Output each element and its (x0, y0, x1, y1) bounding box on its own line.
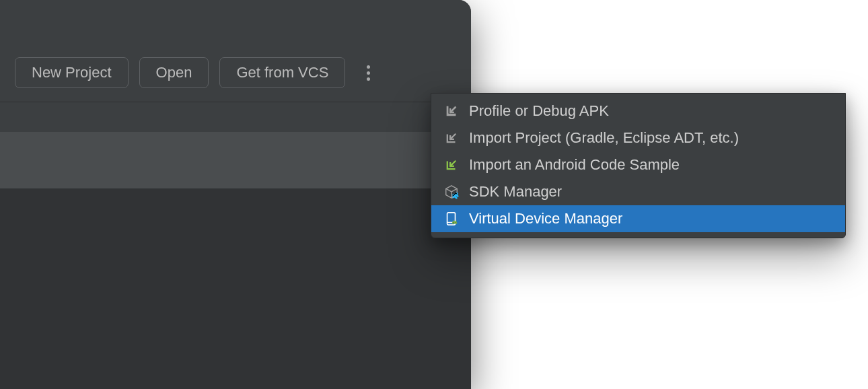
import-arrow-icon (443, 103, 460, 119)
menu-item-label: Profile or Debug APK (469, 102, 833, 120)
svg-point-3 (453, 222, 454, 223)
recent-project-row-selected[interactable] (0, 132, 471, 188)
menu-item-import-project[interactable]: Import Project (Gradle, Eclipse ADT, etc… (431, 125, 845, 151)
recent-projects-area (0, 188, 471, 389)
new-project-button[interactable]: New Project (15, 57, 129, 88)
menu-item-import-android-sample[interactable]: Import an Android Code Sample (431, 151, 845, 178)
more-actions-button[interactable] (363, 59, 374, 87)
open-button[interactable]: Open (139, 57, 209, 88)
import-arrow-icon (443, 130, 460, 146)
get-from-vcs-button[interactable]: Get from VCS (219, 57, 345, 88)
menu-item-sdk-manager[interactable]: SDK Manager (431, 178, 845, 205)
welcome-window: New Project Open Get from VCS (0, 0, 471, 389)
dot-icon (367, 65, 370, 69)
sdk-box-icon (443, 184, 460, 200)
device-android-icon (443, 211, 460, 227)
import-android-icon (443, 157, 460, 173)
svg-point-4 (456, 222, 456, 223)
toolbar: New Project Open Get from VCS (0, 0, 471, 102)
toolbar-row: New Project Open Get from VCS (15, 57, 374, 88)
more-actions-menu: Profile or Debug APK Import Project (Gra… (431, 93, 846, 238)
dot-icon (367, 71, 370, 75)
dot-icon (367, 77, 370, 81)
svg-line-5 (453, 221, 454, 221)
menu-item-label: Virtual Device Manager (469, 210, 833, 227)
menu-item-label: Import an Android Code Sample (469, 156, 833, 174)
menu-item-profile-debug-apk[interactable]: Profile or Debug APK (431, 98, 845, 125)
menu-item-label: Import Project (Gradle, Eclipse ADT, etc… (469, 129, 833, 147)
menu-item-label: SDK Manager (469, 183, 833, 201)
menu-item-virtual-device-manager[interactable]: Virtual Device Manager (431, 205, 845, 232)
